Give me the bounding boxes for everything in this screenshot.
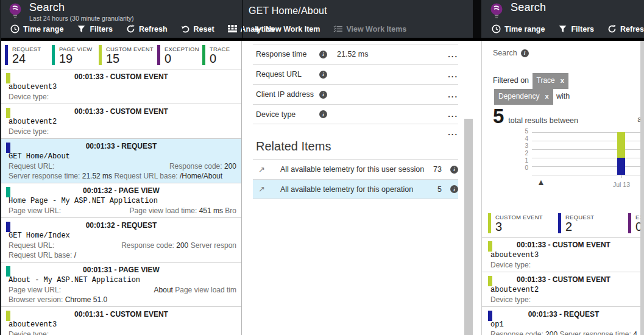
item-name: aboutevent2 xyxy=(9,117,236,127)
telemetry-list-item[interactable]: 00:01:32 - REQUEST GET Home/Index Reques… xyxy=(0,218,241,263)
y-tick-label: 3 xyxy=(510,143,528,149)
related-item-user-session[interactable]: ↗ All available telemetry for this user … xyxy=(253,159,458,179)
item-type-color-bar xyxy=(6,73,10,83)
left-blade-header: Search Last 24 hours (30 minute granular… xyxy=(0,0,242,38)
telemetry-type-counter[interactable]: PAGE VIEW 19 xyxy=(52,45,99,65)
counter-value: 19 xyxy=(59,52,92,65)
info-icon[interactable]: i xyxy=(319,71,327,79)
item-detail-line: Response code: 200 Server response time:… xyxy=(490,330,639,335)
time-range-button[interactable]: Time range xyxy=(486,22,550,36)
property-row-client-ip: Client IP address i ... xyxy=(253,84,458,104)
info-icon[interactable]: i xyxy=(450,185,458,193)
refresh-button[interactable]: Refresh xyxy=(602,22,644,36)
item-detail-line: Device type: xyxy=(9,127,236,136)
results-timeline-chart: 5 4 3 2 1 0 xyxy=(493,132,638,196)
right-telemetry-list: 00:01:33 - CUSTOM EVENT aboutevent3 Devi… xyxy=(482,238,644,335)
left-blade-subtitle: Last 24 hours (30 minute granularity) xyxy=(29,15,134,22)
y-tick-label: 1 xyxy=(510,158,528,164)
counter-color-bar xyxy=(202,45,205,65)
new-work-item-button[interactable]: + New Work Item xyxy=(247,22,325,36)
counter-label: CUSTOM EVENT xyxy=(495,213,543,220)
related-items-list: ↗ All available telemetry for this user … xyxy=(242,159,473,199)
counter-color-bar xyxy=(52,45,55,65)
app-insights-icon xyxy=(489,2,504,21)
item-detail-line: Device type: xyxy=(9,330,236,335)
external-link-icon: ↗ xyxy=(258,165,268,174)
counter-color-bar xyxy=(628,213,631,233)
telemetry-list-item[interactable]: 00:01:33 - CUSTOM EVENT aboutevent3 Devi… xyxy=(0,69,241,104)
info-icon[interactable]: i xyxy=(521,49,529,57)
vertical-scrollbar[interactable] xyxy=(464,41,473,335)
item-time-type: 00:01:31 - CUSTOM EVENT xyxy=(6,309,236,320)
vertical-scrollbar[interactable] xyxy=(640,41,644,335)
y-tick-label: 0 xyxy=(510,165,528,171)
undo-icon xyxy=(181,24,190,34)
middle-command-bar: + New Work Item View Wor xyxy=(247,22,412,36)
telemetry-list-item[interactable]: 00:01:33 - REQUEST GET Home/About Reques… xyxy=(0,139,241,183)
info-icon[interactable]: i xyxy=(319,91,327,99)
with-label: with xyxy=(556,92,570,100)
telemetry-list-item[interactable]: 00:01:32 - PAGE VIEW Home Page - My ASP.… xyxy=(0,183,241,218)
reset-button[interactable]: Reset xyxy=(175,22,220,36)
left-command-bar: Time range Filters Refresh Reset xyxy=(5,22,280,36)
bar-segment xyxy=(617,132,625,158)
scroll-up-triangle-icon[interactable]: ▲ xyxy=(537,177,545,187)
funnel-icon xyxy=(77,24,86,34)
right-blade-title: Search xyxy=(511,1,546,14)
telemetry-list-item[interactable]: 00:01:31 - CUSTOM EVENT aboutevent3 Devi… xyxy=(0,307,241,335)
telemetry-list-item[interactable]: 00:01:31 - PAGE VIEW About - My ASP.NET … xyxy=(0,263,241,307)
item-name: aboutevent2 xyxy=(490,285,639,295)
telemetry-type-counter[interactable]: EXCEPTION 0 xyxy=(157,45,202,65)
more-ellipsis-button[interactable]: ... xyxy=(448,128,458,137)
telemetry-list-item[interactable]: 00:01:33 - CUSTOM EVENT aboutevent2 Devi… xyxy=(482,272,644,307)
left-counter-row: REQUEST 24 PAGE VIEW 19 CUSTOM EVENT xyxy=(0,41,241,69)
view-work-items-button[interactable]: View Work Items xyxy=(328,22,412,36)
item-time-type: 00:01:33 - CUSTOM EVENT xyxy=(488,240,639,250)
item-detail-line: Request URL: Response code: 200 xyxy=(9,161,236,171)
item-name: aboutevent3 xyxy=(9,82,236,92)
filter-chip-dependency[interactable]: Dependency x xyxy=(494,89,553,105)
time-range-button[interactable]: Time range xyxy=(5,22,69,36)
related-item-operation[interactable]: ↗ All available telemetry for this opera… xyxy=(253,179,458,199)
filter-chip-trace[interactable]: Trace x xyxy=(533,73,568,89)
x-axis-label: Jul 13 xyxy=(603,181,640,188)
property-row-response-time: Response time i 21.52 ms ... xyxy=(253,44,458,64)
property-ellipsis-button[interactable]: ... xyxy=(448,90,458,99)
info-icon[interactable]: i xyxy=(450,166,458,174)
telemetry-type-counter[interactable]: REQUEST 2 xyxy=(558,213,628,233)
counter-value: 0 xyxy=(165,52,199,65)
more-properties-row: ... xyxy=(242,124,473,138)
telemetry-type-counter[interactable]: TRACE 0 xyxy=(202,45,230,65)
chart-y-axis: 5 4 3 2 1 0 xyxy=(510,129,528,171)
counter-value: 15 xyxy=(106,52,154,65)
telemetry-list-item[interactable]: 00:01:33 - CUSTOM EVENT aboutevent2 Devi… xyxy=(0,104,241,139)
right-blade-header: Search Time range Filters Refresh xyxy=(481,0,644,38)
filters-button[interactable]: Filters xyxy=(553,22,600,36)
search-input-label-row: Search i xyxy=(493,49,638,57)
info-icon[interactable]: i xyxy=(319,110,327,118)
telemetry-list-item[interactable]: 00:01:33 - CUSTOM EVENT aboutevent3 Devi… xyxy=(482,238,644,272)
property-ellipsis-button[interactable]: ... xyxy=(448,110,458,119)
telemetry-type-counter[interactable]: REQUEST 24 xyxy=(5,45,52,65)
item-type-color-bar xyxy=(488,241,492,252)
item-detail-line: Device type: xyxy=(490,295,639,305)
telemetry-type-counter[interactable]: CUSTOM EVENT 3 xyxy=(488,213,558,233)
filters-button[interactable]: Filters xyxy=(71,22,118,36)
item-type-color-bar xyxy=(6,108,10,118)
item-detail-line2: Browser version: Chrome 51.0 xyxy=(9,295,236,305)
info-icon[interactable]: i xyxy=(319,51,327,58)
refresh-button[interactable]: Refresh xyxy=(121,22,173,36)
item-detail-line: Device type: xyxy=(490,260,639,270)
scrollbar-thumb[interactable] xyxy=(464,119,473,335)
remove-filter-icon[interactable]: x xyxy=(561,74,564,88)
window-left-edge xyxy=(0,0,1,335)
item-type-color-bar xyxy=(488,276,492,286)
telemetry-type-counter[interactable]: CUSTOM EVENT 15 xyxy=(99,45,157,65)
item-type-color-bar xyxy=(6,143,10,153)
remove-filter-icon[interactable]: x xyxy=(545,90,548,104)
refresh-icon xyxy=(126,24,135,34)
telemetry-list-item[interactable]: 00:01:33 - REQUEST op1 Response code: 20… xyxy=(482,307,644,335)
property-ellipsis-button[interactable]: ... xyxy=(448,70,458,79)
item-name: Home Page - My ASP.NET Application xyxy=(9,196,236,206)
property-ellipsis-button[interactable]: ... xyxy=(448,50,458,59)
